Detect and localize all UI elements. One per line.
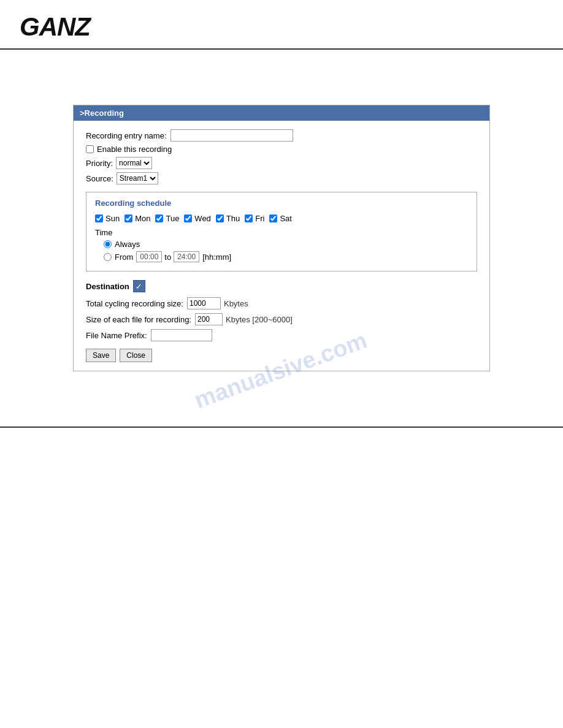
source-row: Source: Stream1: [86, 172, 477, 184]
cycling-label: Total cycling recording size:: [86, 299, 183, 308]
main-content: >Recording Recording entry name: Enable …: [0, 50, 563, 390]
checkbox-thu[interactable]: [216, 214, 224, 222]
time-label: Time: [95, 228, 468, 237]
time-section: Time Always From to [hh:mm]: [95, 228, 468, 262]
priority-label: Priority:: [86, 159, 113, 168]
radio-from[interactable]: [104, 253, 112, 261]
ganz-logo-svg: GANZ .: [18, 11, 92, 40]
label-sat: Sat: [280, 214, 292, 223]
enable-label: Enable this recording: [97, 145, 172, 154]
entry-name-input[interactable]: [170, 129, 293, 142]
label-mon: Mon: [135, 214, 150, 223]
dialog-title: >Recording: [80, 108, 124, 118]
footer-divider: [0, 427, 563, 428]
priority-row: Priority: normal: [86, 157, 477, 169]
day-sat: Sat: [269, 214, 292, 223]
label-tue: Tue: [166, 214, 179, 223]
destination-label: Destination: [86, 282, 129, 291]
label-sun: Sun: [105, 214, 120, 223]
days-row: Sun Mon Tue Wed: [95, 214, 468, 223]
schedule-section: Recording schedule Sun Mon: [86, 192, 477, 271]
destination-row: Destination: [86, 280, 477, 292]
button-row: Save Close: [86, 349, 477, 362]
day-wed: Wed: [184, 214, 211, 223]
enable-checkbox[interactable]: [86, 145, 94, 153]
prefix-input[interactable]: [151, 329, 212, 341]
entry-name-label: Recording entry name:: [86, 131, 167, 140]
always-label: Always: [115, 240, 140, 249]
checkbox-mon[interactable]: [124, 214, 132, 222]
radio-always[interactable]: [104, 240, 112, 248]
save-button[interactable]: Save: [86, 349, 116, 362]
logo: GANZ .: [18, 11, 92, 42]
checkbox-fri[interactable]: [245, 214, 253, 222]
checkbox-tue[interactable]: [155, 214, 163, 222]
dialog-title-bar: >Recording: [74, 105, 489, 121]
label-fri: Fri: [255, 214, 264, 223]
day-sun: Sun: [95, 214, 120, 223]
to-time-input[interactable]: [174, 251, 199, 262]
checkbox-sun[interactable]: [95, 214, 103, 222]
label-wed: Wed: [194, 214, 211, 223]
close-button[interactable]: Close: [120, 349, 152, 362]
day-thu: Thu: [216, 214, 240, 223]
cycling-row: Total cycling recording size: Kbytes: [86, 297, 477, 309]
file-size-unit: Kbytes [200~6000]: [226, 315, 293, 324]
from-label: From: [115, 252, 133, 262]
checkbox-sat[interactable]: [269, 214, 277, 222]
day-tue: Tue: [155, 214, 179, 223]
label-thu: Thu: [226, 214, 240, 223]
priority-select[interactable]: normal: [116, 157, 152, 169]
file-size-row: Size of each file for recording: Kbytes …: [86, 313, 477, 325]
from-time-input[interactable]: [136, 251, 162, 262]
cycling-input[interactable]: [187, 297, 221, 309]
source-label: Source:: [86, 174, 113, 183]
recording-dialog: >Recording Recording entry name: Enable …: [73, 105, 490, 371]
always-row: Always: [104, 240, 468, 249]
schedule-title: Recording schedule: [95, 199, 468, 208]
checkbox-wed[interactable]: [184, 214, 192, 222]
destination-checkbox-btn[interactable]: [133, 280, 145, 292]
entry-name-row: Recording entry name:: [86, 129, 477, 142]
source-select[interactable]: Stream1: [117, 172, 158, 184]
day-mon: Mon: [124, 214, 150, 223]
cycling-unit: Kbytes: [224, 299, 248, 308]
file-size-label: Size of each file for recording:: [86, 315, 191, 324]
dialog-body: Recording entry name: Enable this record…: [74, 121, 489, 371]
to-label: to: [164, 252, 171, 262]
from-row: From to [hh:mm]: [104, 251, 468, 262]
hhmm-label: [hh:mm]: [202, 252, 231, 262]
svg-text:.: .: [85, 25, 88, 38]
header: GANZ .: [0, 0, 563, 48]
svg-text:GANZ: GANZ: [20, 12, 91, 40]
enable-row: Enable this recording: [86, 145, 477, 154]
prefix-row: File Name Prefix:: [86, 329, 477, 341]
file-size-input[interactable]: [195, 313, 223, 325]
day-fri: Fri: [245, 214, 264, 223]
prefix-label: File Name Prefix:: [86, 331, 147, 340]
